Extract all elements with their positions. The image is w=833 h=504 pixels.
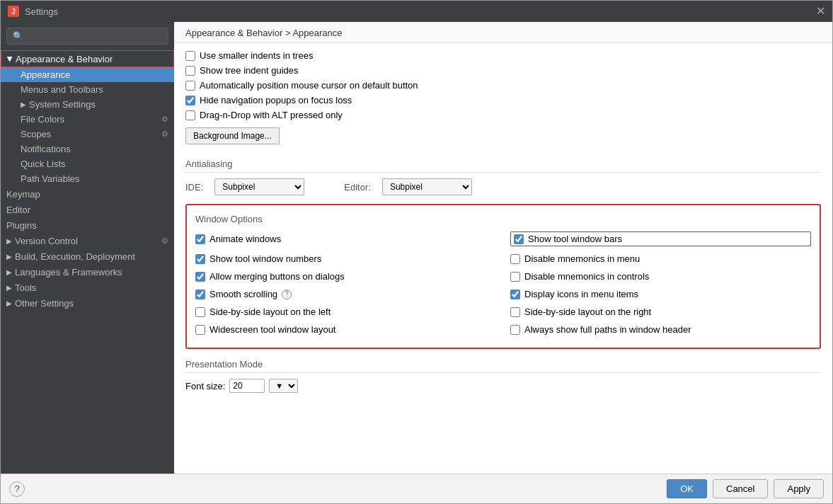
app-icon: J	[8, 6, 19, 17]
main-content: 🔍 ▶ Appearance & Behavior Appearance Men…	[1, 22, 832, 474]
hide-nav-label: Hide navigation popups on focus loss	[200, 95, 352, 105]
drag-drop-checkbox[interactable]	[185, 110, 195, 120]
cancel-button[interactable]: Cancel	[713, 479, 768, 498]
expand-icon: ▶	[6, 268, 12, 276]
animate-windows-label: Animate windows	[209, 234, 281, 244]
disable-mnemonics-menu-label: Disable mnemonics in menu	[524, 253, 640, 264]
sidebar-item-scopes[interactable]: Scopes ⚙	[1, 127, 174, 142]
sidebar-item-label: Appearance & Behavior	[16, 54, 113, 64]
sidebar-item-label: Menus and Toolbars	[21, 84, 103, 95]
side-by-side-left-label: Side-by-side layout on the left	[209, 307, 331, 317]
font-size-input[interactable]	[229, 379, 265, 393]
checkbox-drag-drop: Drag-n-Drop with ALT pressed only	[185, 110, 821, 120]
animate-windows-checkbox[interactable]	[195, 234, 205, 244]
tree-indent-checkbox[interactable]	[185, 66, 195, 76]
sidebar-item-path-variables[interactable]: Path Variables	[1, 171, 174, 186]
hide-nav-checkbox[interactable]	[185, 96, 195, 105]
disable-mnemonics-controls-label: Disable mnemonics in controls	[524, 271, 649, 282]
search-box[interactable]: 🔍	[6, 28, 168, 45]
checkbox-auto-position-mouse: Automatically position mouse cursor on d…	[185, 80, 821, 91]
smooth-scrolling-checkbox[interactable]	[195, 290, 205, 299]
expand-icon: ▶	[6, 237, 12, 245]
close-button[interactable]: ✕	[816, 6, 825, 17]
display-icons-label: Display icons in menu items	[524, 289, 638, 299]
help-icon[interactable]: ?	[282, 290, 292, 299]
help-button[interactable]: ?	[9, 481, 25, 497]
show-tool-bars-checkbox[interactable]	[514, 234, 524, 244]
title-bar-left: J Settings	[8, 6, 58, 17]
sidebar-item-label: File Colors	[21, 114, 64, 125]
auto-mouse-checkbox[interactable]	[185, 81, 195, 91]
show-tool-bars-label: Show tool window bars	[528, 234, 622, 244]
expand-icon: ▶	[6, 299, 12, 307]
checkbox-show-tool-bars: Show tool window bars	[510, 231, 811, 246]
sidebar-item-languages-frameworks[interactable]: ▶ Languages & Frameworks	[1, 264, 174, 280]
sidebar-item-label: Appearance	[21, 69, 70, 80]
expand-icon: ▶	[6, 253, 12, 260]
checkbox-tree-indent-guides: Show tree indent guides	[185, 65, 821, 76]
show-tool-numbers-checkbox[interactable]	[195, 254, 205, 264]
window-options-box: Window Options Animate windows	[185, 204, 821, 349]
sidebar-item-version-control[interactable]: ▶ Version Control ⚙	[1, 233, 174, 248]
editor-label: Editor:	[344, 182, 371, 193]
widescreen-checkbox[interactable]	[195, 325, 205, 335]
settings-icon: ⚙	[161, 115, 168, 124]
sidebar: 🔍 ▶ Appearance & Behavior Appearance Men…	[1, 22, 174, 474]
sidebar-item-label: Path Variables	[21, 173, 80, 184]
checkbox-show-tool-numbers: Show tool window numbers	[195, 253, 496, 264]
always-full-paths-label: Always show full paths in window header	[524, 324, 691, 335]
settings-window: J Settings ✕ 🔍 ▶ Appearance & Behavior A…	[0, 0, 833, 504]
bottom-bar: ? OK Cancel Apply	[1, 474, 832, 503]
sidebar-item-editor[interactable]: Editor	[1, 202, 174, 217]
side-by-side-right-checkbox[interactable]	[510, 307, 520, 317]
sidebar-item-quick-lists[interactable]: Quick Lists	[1, 156, 174, 171]
title-bar: J Settings ✕	[1, 1, 832, 22]
sidebar-item-file-colors[interactable]: File Colors ⚙	[1, 112, 174, 127]
sidebar-item-menus-toolbars[interactable]: Menus and Toolbars	[1, 82, 174, 97]
checkbox-smooth-scrolling: Smooth scrolling ?	[195, 289, 496, 299]
ide-antialiasing-select[interactable]: Subpixel Greyscale No antialiasing	[214, 178, 304, 195]
background-image-button[interactable]: Background Image...	[185, 127, 280, 144]
drag-drop-label: Drag-n-Drop with ALT pressed only	[200, 110, 343, 120]
sidebar-item-build-execution[interactable]: ▶ Build, Execution, Deployment	[1, 248, 174, 264]
breadcrumb-part1: Appearance & Behavior	[185, 28, 282, 38]
show-tool-numbers-label: Show tool window numbers	[209, 253, 321, 264]
always-full-paths-checkbox[interactable]	[510, 325, 520, 335]
sidebar-item-appearance[interactable]: Appearance	[1, 67, 174, 82]
smaller-indents-checkbox[interactable]	[185, 51, 195, 61]
font-size-select[interactable]: ▼	[269, 379, 298, 393]
presentation-title: Presentation Mode	[185, 359, 821, 373]
sidebar-item-label: Plugins	[6, 220, 37, 231]
font-size-label: Font size:	[185, 381, 225, 391]
window-options-title: Window Options	[195, 214, 811, 224]
sidebar-item-plugins[interactable]: Plugins	[1, 217, 174, 233]
allow-merging-label: Allow merging buttons on dialogs	[209, 271, 345, 282]
apply-button[interactable]: Apply	[774, 479, 824, 498]
sidebar-item-label: Keymap	[6, 189, 40, 200]
sidebar-item-label: Scopes	[21, 129, 51, 139]
ok-button[interactable]: OK	[667, 479, 707, 498]
sidebar-item-appearance-behavior[interactable]: ▶ Appearance & Behavior	[1, 50, 174, 67]
sidebar-item-label: Version Control	[15, 236, 78, 246]
checkbox-animate-windows: Animate windows	[195, 231, 496, 246]
antialiasing-title: Antialiasing	[185, 159, 821, 173]
disable-mnemonics-controls-checkbox[interactable]	[510, 272, 520, 282]
editor-antialiasing-select[interactable]: Subpixel Greyscale No antialiasing	[382, 178, 472, 195]
ide-label: IDE:	[185, 182, 203, 193]
sidebar-item-other-settings[interactable]: ▶ Other Settings	[1, 295, 174, 311]
sidebar-item-label: Notifications	[21, 144, 71, 154]
allow-merging-checkbox[interactable]	[195, 272, 205, 282]
sidebar-item-label: Other Settings	[15, 298, 74, 309]
sidebar-item-tools[interactable]: ▶ Tools	[1, 280, 174, 295]
sidebar-item-system-settings[interactable]: ▶ System Settings	[1, 97, 174, 112]
sidebar-item-keymap[interactable]: Keymap	[1, 186, 174, 202]
sidebar-item-label: Quick Lists	[21, 159, 66, 169]
disable-mnemonics-menu-checkbox[interactable]	[510, 254, 520, 264]
side-by-side-left-checkbox[interactable]	[195, 307, 205, 317]
sidebar-item-notifications[interactable]: Notifications	[1, 142, 174, 156]
sidebar-item-label: Editor	[6, 205, 30, 215]
search-input[interactable]	[26, 31, 162, 41]
widescreen-label: Widescreen tool window layout	[209, 324, 335, 335]
display-icons-checkbox[interactable]	[510, 290, 520, 299]
breadcrumb-part2: Appearance	[292, 28, 342, 38]
